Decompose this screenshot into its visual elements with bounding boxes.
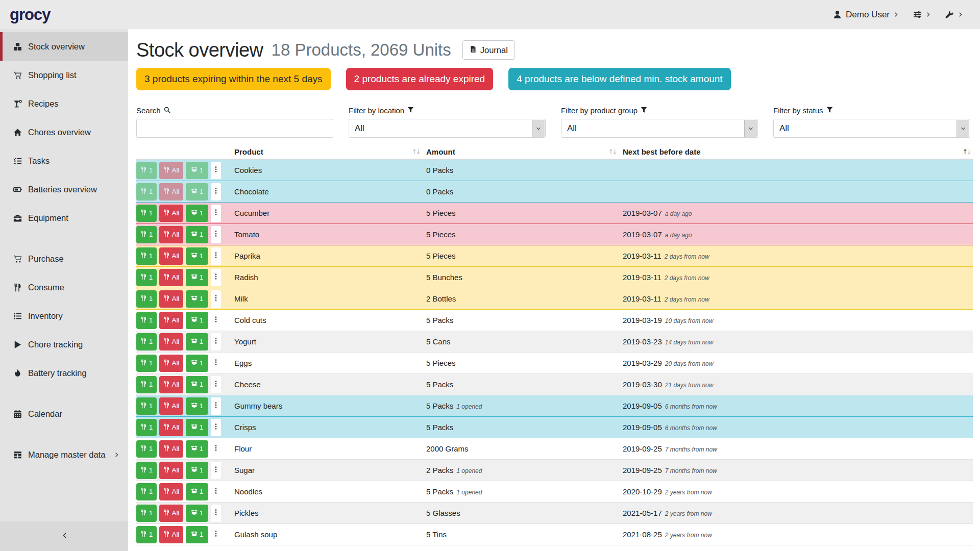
open-one-button[interactable]: 1 <box>186 183 208 201</box>
row-menu-button[interactable] <box>211 526 221 543</box>
sidebar-item-purchase[interactable]: Purchase <box>0 244 128 273</box>
consume-one-button[interactable]: 1 <box>136 483 157 500</box>
consume-all-button[interactable]: All <box>159 483 183 500</box>
open-one-button[interactable]: 1 <box>186 440 208 458</box>
sidebar-item-equipment[interactable]: Equipment <box>0 204 128 232</box>
search-input[interactable] <box>136 119 333 138</box>
consume-all-button[interactable]: All <box>159 333 183 350</box>
row-menu-button[interactable] <box>211 183 221 201</box>
sidebar-item-inventory[interactable]: Inventory <box>0 302 128 330</box>
open-one-button[interactable]: 1 <box>186 333 208 350</box>
consume-one-button[interactable]: 1 <box>136 355 157 372</box>
consume-all-button[interactable]: All <box>159 205 183 222</box>
row-menu-button[interactable] <box>211 290 221 308</box>
consume-all-button[interactable]: All <box>159 505 183 522</box>
consume-one-button[interactable]: 1 <box>136 419 157 436</box>
consume-all-button[interactable]: All <box>159 312 183 329</box>
consume-one-button[interactable]: 1 <box>136 333 157 350</box>
row-menu-button[interactable] <box>211 462 221 479</box>
consume-one-button[interactable]: 1 <box>136 505 157 522</box>
below-min-stock-alert-badge[interactable]: 4 products are below defined min. stock … <box>508 68 730 90</box>
sidebar-item-recipes[interactable]: Recipes <box>0 89 128 118</box>
open-one-button[interactable]: 1 <box>186 397 208 415</box>
sidebar-item-calendar[interactable]: Calendar <box>0 399 128 428</box>
open-one-button[interactable]: 1 <box>186 290 208 308</box>
open-one-button[interactable]: 1 <box>186 269 208 286</box>
sidebar-item-battery-tracking[interactable]: Battery tracking <box>0 359 128 387</box>
user-menu[interactable]: Demo User <box>833 10 899 20</box>
consume-one-button[interactable]: 1 <box>136 397 157 415</box>
consume-one-button[interactable]: 1 <box>136 312 157 329</box>
row-menu-button[interactable] <box>211 226 221 243</box>
open-one-button[interactable]: 1 <box>186 226 208 243</box>
consume-one-button[interactable]: 1 <box>136 290 157 308</box>
row-menu-button[interactable] <box>211 312 221 329</box>
row-menu-button[interactable] <box>211 397 221 415</box>
open-one-button[interactable]: 1 <box>186 312 208 329</box>
product-group-select[interactable]: All <box>561 119 758 138</box>
row-menu-button[interactable] <box>211 269 221 286</box>
consume-all-button[interactable]: All <box>159 419 183 436</box>
next-best-before-date-column-header[interactable]: Next best before date ↑↓ <box>619 147 973 156</box>
sidebar-item-stock-overview[interactable]: Stock overview <box>0 32 128 61</box>
row-menu-button[interactable] <box>211 205 221 222</box>
consume-all-button[interactable]: All <box>159 440 183 458</box>
open-one-button[interactable]: 1 <box>186 205 208 222</box>
consume-one-button[interactable]: 1 <box>136 247 157 265</box>
consume-one-button[interactable]: 1 <box>136 183 157 201</box>
consume-one-button[interactable]: 1 <box>136 226 157 243</box>
row-menu-button[interactable] <box>211 355 221 372</box>
row-menu-button[interactable] <box>211 162 221 179</box>
sidebar-item-chore-tracking[interactable]: Chore tracking <box>0 330 128 359</box>
row-menu-button[interactable] <box>211 483 221 500</box>
consume-one-button[interactable]: 1 <box>136 269 157 286</box>
consume-one-button[interactable]: 1 <box>136 462 157 479</box>
open-one-button[interactable]: 1 <box>186 376 208 393</box>
journal-button[interactable]: Journal <box>462 40 515 60</box>
product-column-header[interactable]: Product ↑↓ <box>230 147 422 156</box>
consume-all-button[interactable]: All <box>159 355 183 372</box>
sidebar-item-batteries-overview[interactable]: Batteries overview <box>0 175 128 204</box>
consume-all-button[interactable]: All <box>159 162 183 179</box>
consume-all-button[interactable]: All <box>159 526 183 543</box>
consume-one-button[interactable]: 1 <box>136 162 157 179</box>
sidebar-collapse-button[interactable] <box>0 521 128 551</box>
consume-all-button[interactable]: All <box>159 462 183 479</box>
status-select[interactable]: All <box>773 119 970 138</box>
consume-all-button[interactable]: All <box>159 226 183 243</box>
open-one-button[interactable]: 1 <box>186 483 208 500</box>
expiring-alert-badge[interactable]: 3 products expiring within the next 5 da… <box>136 68 331 90</box>
open-one-button[interactable]: 1 <box>186 247 208 265</box>
open-one-button[interactable]: 1 <box>186 355 208 372</box>
open-one-button[interactable]: 1 <box>186 462 208 479</box>
open-one-button[interactable]: 1 <box>186 162 208 179</box>
open-one-button[interactable]: 1 <box>186 505 208 522</box>
admin-menu[interactable] <box>945 10 964 19</box>
consume-all-button[interactable]: All <box>159 376 183 393</box>
consume-all-button[interactable]: All <box>159 183 183 201</box>
sidebar-item-shopping-list[interactable]: Shopping list <box>0 61 128 89</box>
sidebar-item-consume[interactable]: Consume <box>0 273 128 302</box>
sidebar-item-tasks[interactable]: Tasks <box>0 146 128 175</box>
row-menu-button[interactable] <box>211 419 221 436</box>
consume-all-button[interactable]: All <box>159 247 183 265</box>
consume-one-button[interactable]: 1 <box>136 376 157 393</box>
open-one-button[interactable]: 1 <box>186 526 208 543</box>
consume-one-button[interactable]: 1 <box>136 440 157 458</box>
row-menu-button[interactable] <box>211 376 221 393</box>
row-menu-button[interactable] <box>211 505 221 522</box>
expired-alert-badge[interactable]: 2 products are already expired <box>346 68 494 90</box>
sidebar-item-chores-overview[interactable]: Chores overview <box>0 118 128 146</box>
consume-all-button[interactable]: All <box>159 397 183 415</box>
open-one-button[interactable]: 1 <box>186 419 208 436</box>
row-menu-button[interactable] <box>211 247 221 265</box>
consume-one-button[interactable]: 1 <box>136 526 157 543</box>
consume-all-button[interactable]: All <box>159 269 183 286</box>
consume-all-button[interactable]: All <box>159 290 183 308</box>
row-menu-button[interactable] <box>211 333 221 350</box>
row-menu-button[interactable] <box>211 440 221 458</box>
sidebar-item-manage-master-data[interactable]: Manage master data <box>0 440 128 469</box>
amount-column-header[interactable]: Amount ↑↓ <box>422 147 619 156</box>
location-select[interactable]: All <box>349 119 546 138</box>
consume-one-button[interactable]: 1 <box>136 205 157 222</box>
